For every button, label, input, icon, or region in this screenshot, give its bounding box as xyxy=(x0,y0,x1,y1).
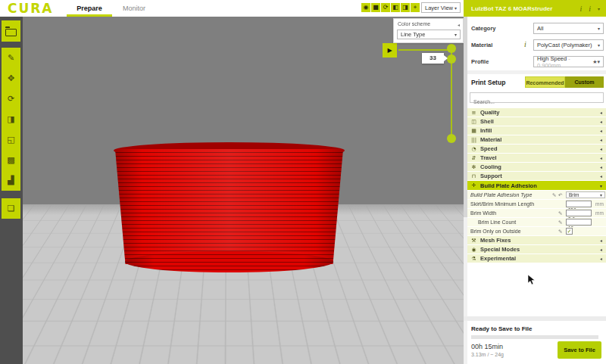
setting-brim-line-count: Brim Line Count ✎ xyxy=(467,218,606,226)
machine-header[interactable]: LulzBot TAZ 6 MOARstruder i i ▾ xyxy=(464,0,606,17)
view-mode-value: Layer View xyxy=(425,5,453,11)
category-build-plate-adhesion[interactable]: ✛ Build Plate Adhesion ▾ xyxy=(467,181,606,190)
pencil-icon: ✎ xyxy=(552,192,556,198)
infill-icon: ▦ xyxy=(467,128,480,134)
category-support[interactable]: ⊓ Support ◂ xyxy=(467,172,606,180)
color-scheme-label: Color scheme xyxy=(398,21,430,26)
category-travel[interactable]: ⇵ Travel ◂ xyxy=(467,154,606,162)
mirror-tool-button[interactable]: ◨ xyxy=(2,109,20,129)
layer-slider-top-handle[interactable] xyxy=(447,44,456,53)
category-shell[interactable]: ◫ Shell ◂ xyxy=(467,117,606,126)
chevron-collapsed-icon: ◂ xyxy=(600,146,602,151)
rotate-tool-button[interactable]: ⟳ xyxy=(2,89,20,109)
mesh-type-tool-button[interactable]: ▟ xyxy=(2,170,20,191)
top-bar: CURA Prepare Monitor ◉■⟳◧◨⌖ Layer View ▾ xyxy=(0,0,464,17)
chevron-collapsed-icon: ◂ xyxy=(600,137,602,142)
chevron-expanded-icon: ▾ xyxy=(600,183,602,188)
search-input[interactable] xyxy=(470,98,603,107)
outside-only-checkbox[interactable]: ✓ xyxy=(566,228,573,235)
move-tool-button[interactable]: ✥ xyxy=(2,68,20,89)
special-modes-icon: ◉ xyxy=(467,247,480,253)
scale-tool-button[interactable]: ◱ xyxy=(2,129,20,150)
recommended-button[interactable]: Recommended xyxy=(525,76,565,88)
revert-icon[interactable]: ↶ xyxy=(558,192,562,198)
view-front-icon[interactable]: ■ xyxy=(371,3,380,12)
profile-star-icon[interactable]: ★▾ xyxy=(592,59,600,65)
adhesion-icon: ✛ xyxy=(467,182,480,188)
pencil-icon: ✎ xyxy=(558,210,562,216)
collapse-icon[interactable]: ◂ xyxy=(458,22,460,27)
view-left-icon[interactable]: ◧ xyxy=(391,3,400,12)
layer-slider-bottom-handle[interactable] xyxy=(447,134,456,143)
unit-label: mm xyxy=(595,201,604,207)
view-fit-icon[interactable]: ⌖ xyxy=(411,3,420,12)
viewport-3d[interactable]: ▶ 33 Color scheme ◂ Line Type ▾ LTAZ6M_E… xyxy=(0,17,464,364)
chevron-collapsed-icon: ◂ xyxy=(600,128,602,133)
view-rotate-icon[interactable]: ⟳ xyxy=(381,3,390,12)
open-file-button[interactable] xyxy=(2,20,20,42)
support-blocker-tool-button[interactable]: ▩ xyxy=(2,150,20,170)
model-dimensions: 65.0 x 65.0 x 30.0 mm xyxy=(377,350,459,355)
view-right-icon[interactable]: ◨ xyxy=(401,3,410,12)
category-label: Special Modes xyxy=(480,246,520,253)
tab-monitor[interactable]: Monitor xyxy=(115,0,153,17)
brim-width-field-box xyxy=(566,210,592,216)
category-experimental[interactable]: ⚗ Experimental ◂ xyxy=(467,254,606,263)
category-label: Mesh Fixes xyxy=(480,237,511,244)
adhesion-type-dropdown[interactable]: Brim ▾ xyxy=(566,191,605,198)
category-label: Speed xyxy=(480,145,498,152)
chevron-down-icon: ▾ xyxy=(598,42,600,48)
print-setup-toggle: Recommended Custom xyxy=(525,76,604,88)
machine-info-icon-2[interactable]: i xyxy=(589,5,591,13)
model-cylinder[interactable] xyxy=(114,142,345,272)
model-info-label: LTAZ6M_Elefant Foot Raft✎ 65.0 x 65.0 x … xyxy=(377,338,459,355)
pencil-icon: ✎ xyxy=(558,219,562,226)
chevron-collapsed-icon: ◂ xyxy=(600,173,602,179)
material-label: Material xyxy=(471,42,492,48)
layer-play-button[interactable]: ▶ xyxy=(383,43,397,58)
model-name: LTAZ6M_Elefant Foot Raft✎ xyxy=(377,338,459,347)
chevron-collapsed-icon: ◂ xyxy=(600,119,602,124)
category-special-modes[interactable]: ◉ Special Modes ◂ xyxy=(467,245,606,254)
setting-brim-width: Brim Width ✎ mm xyxy=(467,209,606,217)
category-dropdown[interactable]: All ▾ xyxy=(533,23,604,34)
material-usage-estimate: 3.13m / ~ 24g xyxy=(471,352,504,357)
chevron-down-icon: ▾ xyxy=(454,5,457,11)
machine-info-icon[interactable]: i xyxy=(579,5,582,13)
tab-prepare[interactable]: Prepare xyxy=(67,0,112,17)
category-label: Material xyxy=(480,136,501,143)
pencil-icon: ✎ xyxy=(558,229,562,235)
custom-button[interactable]: Custom xyxy=(565,76,604,88)
setting-label: Skirt/Brim Minimum Length xyxy=(470,201,534,207)
speed-icon: ◔ xyxy=(467,146,480,152)
category-cooling[interactable]: ✻ Cooling ◂ xyxy=(467,163,606,171)
chevron-collapsed-icon: ◂ xyxy=(600,256,602,261)
layer-slider-current-handle[interactable] xyxy=(447,54,456,64)
color-scheme-dropdown[interactable]: Line Type ▾ xyxy=(397,30,461,39)
edit-tool-button[interactable]: ✎ xyxy=(2,48,20,68)
edit-model-name-icon[interactable]: ✎ xyxy=(451,339,459,347)
category-infill[interactable]: ▦ Infill ◂ xyxy=(467,126,606,135)
layers-tool-button[interactable]: ❏ xyxy=(2,198,20,219)
category-material[interactable]: ||| Material ◂ xyxy=(467,135,606,144)
material-info-icon[interactable]: i xyxy=(524,40,526,48)
category-mesh-fixes[interactable]: ⚒ Mesh Fixes ◂ xyxy=(467,236,606,244)
view-3d-icon[interactable]: ◉ xyxy=(361,3,370,12)
category-quality[interactable]: ≡ Quality ◂ xyxy=(467,108,606,117)
profile-dropdown[interactable]: High Speed - 0.900mm ★▾ xyxy=(533,56,604,67)
unit-label: mm xyxy=(595,210,604,216)
category-label: Travel xyxy=(480,154,497,161)
print-setup-title: Print Setup xyxy=(471,79,505,86)
profile-label: Profile xyxy=(471,58,489,65)
category-label: Support xyxy=(480,173,502,179)
chevron-down-icon: ▾ xyxy=(600,192,602,198)
mouse-cursor xyxy=(528,275,536,288)
category-value: All xyxy=(537,25,543,32)
folder-icon xyxy=(5,29,17,36)
category-speed[interactable]: ◔ Speed ◂ xyxy=(467,145,606,153)
slicing-progress-bar xyxy=(471,335,598,339)
save-to-file-button[interactable]: Save to File xyxy=(558,341,601,359)
material-dropdown[interactable]: PolyCast (Polymaker) ▾ xyxy=(533,39,604,51)
view-mode-dropdown[interactable]: Layer View ▾ xyxy=(421,2,461,13)
category-label: Build Plate Adhesion xyxy=(480,182,537,189)
